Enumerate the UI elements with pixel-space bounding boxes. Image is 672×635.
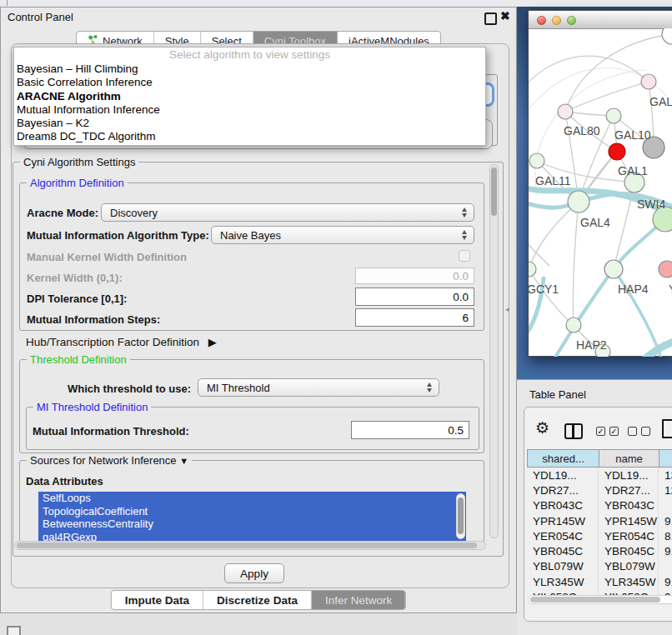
attributes-list-scrollbar[interactable] <box>456 493 465 539</box>
settings-vertical-scrollbar[interactable] <box>489 164 499 538</box>
select-all-columns-icon[interactable]: ✓ ✓ <box>596 427 619 436</box>
which-threshold-label: Which threshold to use: <box>68 382 191 395</box>
kernel-width-field[interactable]: 0.0 <box>355 268 474 284</box>
column-header-shared-name[interactable]: shared... <box>528 450 599 467</box>
kernel-width-label: Kernel Width (0,1): <box>27 272 123 284</box>
dropdown-item-bayesian-hill-climbing[interactable]: Bayesian – Hill Climbing <box>14 62 485 76</box>
table-cell[interactable]: YBR043C <box>527 498 599 513</box>
table-cell[interactable]: YIL052C <box>599 589 659 595</box>
network-window-titlebar[interactable] <box>529 11 672 29</box>
attributes-list-scrollbar-thumb[interactable] <box>458 498 464 534</box>
node-label: GAL10 <box>614 128 651 142</box>
floating-panel-icon[interactable] <box>7 626 21 635</box>
float-window-icon[interactable] <box>484 12 497 25</box>
mi-threshold-label: Mutual Information Threshold: <box>33 425 189 438</box>
expand-right-icon: ▶ <box>208 336 217 348</box>
table-cell[interactable] <box>659 498 672 513</box>
table-cell[interactable]: 12 <box>659 482 672 498</box>
node-label: GAL1 <box>618 164 648 178</box>
network-view-window: GAL GAL80 GAL10 GAL1 GAL11 SWI4 GAL4 GCY… <box>528 10 672 357</box>
table-horizontal-scrollbar-thumb[interactable] <box>530 597 660 602</box>
hub-definition-toggle[interactable]: Hub/Transcription Factor Definition ▶ <box>26 336 217 348</box>
table-cell[interactable]: YIL052C <box>527 589 599 595</box>
dropdown-item-dream8[interactable]: Dream8 DC_TDC Algorithm <box>14 130 485 143</box>
table-cell[interactable]: YBR045C <box>527 543 599 558</box>
settings-horizontal-scrollbar-thumb[interactable] <box>17 542 477 548</box>
table-cell[interactable]: YPR145W <box>527 513 599 528</box>
page-icon[interactable] <box>662 419 672 438</box>
manual-kernel-width-checkbox[interactable] <box>459 250 470 262</box>
stepper-arrows-icon <box>462 230 467 240</box>
table-panel-title: Table Panel <box>529 388 586 401</box>
tab-impute-data[interactable]: Impute Data <box>112 591 203 609</box>
list-item[interactable]: gal4RGexp <box>38 531 466 541</box>
table-cell[interactable]: YER054C <box>527 528 599 543</box>
settings-vertical-scrollbar-thumb[interactable] <box>491 168 497 216</box>
control-panel-title: Control Panel <box>8 11 73 23</box>
which-threshold-combobox[interactable]: MI Threshold <box>198 378 439 397</box>
settings-horizontal-scrollbar[interactable] <box>14 541 486 550</box>
aracne-mode-combobox[interactable]: Discovery <box>101 203 474 222</box>
list-item[interactable]: TopologicalCoefficient <box>38 505 466 518</box>
dropdown-item-aracne[interactable]: ARACNE Algorithm <box>14 90 485 103</box>
aracne-mode-label: Aracne Mode: <box>27 207 98 219</box>
table-cell[interactable]: YBL079W <box>599 559 659 574</box>
table-cell[interactable]: YDR27... <box>527 482 599 498</box>
data-attributes-label: Data Attributes <box>26 475 103 488</box>
deselect-all-columns-icon[interactable] <box>628 427 650 436</box>
table-horizontal-scrollbar[interactable] <box>528 595 672 604</box>
list-item[interactable]: BetweennessCentrality <box>38 518 466 531</box>
gear-icon[interactable]: ⚙ <box>535 418 549 438</box>
node-label: GAL4 <box>580 216 610 229</box>
algorithm-dropdown-popup: Select algorithm to view settings Bayesi… <box>13 47 486 146</box>
list-item[interactable]: SelfLoops <box>38 492 466 505</box>
splitpane-handle-icon[interactable]: ◂ <box>505 305 509 313</box>
table-cell[interactable]: YBR045C <box>599 543 659 558</box>
tab-infer-network[interactable]: Infer Network <box>312 591 405 609</box>
table-cell[interactable]: YLR345W <box>527 574 599 589</box>
table-body[interactable]: YDL19... YDL19... 13 YDR27... YDR27... 1… <box>527 468 672 595</box>
minimize-traffic-light-icon[interactable] <box>552 16 561 25</box>
dropdown-item-mutual-information[interactable]: Mutual Information Inference <box>14 103 485 117</box>
table-header-row: shared... name A <box>527 449 672 468</box>
tab-discretize-data[interactable]: Discretize Data <box>203 591 312 609</box>
checked-checkbox-icon: ✓ <box>609 427 619 436</box>
table-cell[interactable] <box>659 559 672 574</box>
dropdown-item-basic-correlation[interactable]: Basic Correlation Inference <box>14 76 485 89</box>
table-cell[interactable]: YBL079W <box>527 559 599 574</box>
table-cell[interactable]: YDL19... <box>599 468 659 482</box>
sources-title[interactable]: Sources for Network Inference ▼ <box>27 454 192 467</box>
table-panel-window: Table Panel ⚙ ✓ ✓ shared... name A YDL19… <box>517 379 672 635</box>
table-cell[interactable]: YBR043C <box>599 498 659 513</box>
collapse-down-icon: ▼ <box>179 456 188 466</box>
table-cell[interactable]: 8. <box>659 528 672 543</box>
data-attributes-list[interactable]: SelfLoops TopologicalCoefficient Between… <box>38 492 466 541</box>
network-canvas[interactable]: GAL GAL80 GAL10 GAL1 GAL11 SWI4 GAL4 GCY… <box>529 28 672 357</box>
settings-group-title: Cyni Algorithm Settings <box>20 156 138 168</box>
table-cell[interactable]: YER054C <box>599 528 659 543</box>
mi-steps-field[interactable]: 6 <box>355 308 474 327</box>
node-table: shared... name A YDL19... YDL19... 13 YD… <box>527 449 672 595</box>
mi-algorithm-type-combobox[interactable]: Naive Bayes <box>211 226 474 244</box>
table-cell[interactable]: 9. <box>659 513 672 528</box>
dropdown-item-bayesian-k2[interactable]: Bayesian – K2 <box>14 117 485 130</box>
dpi-tolerance-field[interactable]: 0.0 <box>355 288 474 306</box>
mi-threshold-field[interactable]: 0.5 <box>351 421 469 439</box>
table-cell[interactable]: YLR345W <box>599 574 659 589</box>
apply-button[interactable]: Apply <box>224 563 284 583</box>
column-header-name[interactable]: name <box>599 450 659 467</box>
manual-kernel-width-label: Manual Kernel Width Definition <box>27 251 187 263</box>
table-cell[interactable]: YDL19... <box>527 468 599 482</box>
table-cell[interactable]: YDR27... <box>599 482 659 498</box>
table-cell[interactable]: 13 <box>659 468 672 482</box>
table-cell[interactable]: 9. <box>659 543 672 558</box>
table-cell[interactable]: 9. <box>659 574 672 589</box>
close-icon[interactable]: ✖ <box>500 9 510 22</box>
table-cell[interactable]: YPR145W <box>599 513 659 528</box>
close-traffic-light-icon[interactable] <box>537 16 546 25</box>
table-cell[interactable]: 9 <box>659 589 672 595</box>
split-columns-icon[interactable] <box>564 423 583 439</box>
column-header-partial[interactable]: A <box>659 450 672 467</box>
unchecked-checkbox-icon <box>628 427 637 436</box>
zoom-traffic-light-icon[interactable] <box>567 16 576 25</box>
